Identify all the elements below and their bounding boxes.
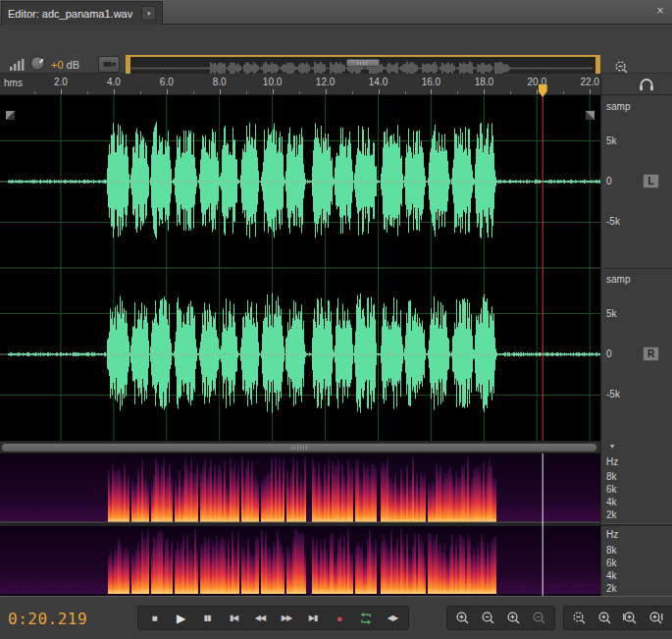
amp-tick-label: -5k (606, 216, 620, 227)
volume-db-readout[interactable]: +0dB (51, 59, 79, 71)
freq-tick-label: 8k (606, 471, 617, 482)
ruler-tick (140, 91, 141, 94)
ruler-tick-label: 2.0 (54, 77, 68, 87)
skip-to-end-button[interactable]: ▶▮ (300, 608, 326, 628)
ruler-tick (326, 89, 327, 94)
zoom-reset-button[interactable] (567, 608, 592, 628)
freq-tick-label: 6k (606, 484, 617, 495)
play-button[interactable]: ▶ (168, 608, 193, 628)
amplitude-scale: samp 5k 0 -5k L samp 5k 0 -5k R (600, 95, 672, 441)
zoom-out-button[interactable] (476, 608, 500, 628)
channel-divider (601, 268, 672, 269)
ruler-unit-label: hms (4, 78, 23, 88)
samp-unit-label: samp (606, 274, 630, 285)
ruler-tick (34, 91, 35, 94)
navigator-scroll-thumb[interactable] (346, 59, 380, 67)
ruler-tick (510, 91, 511, 94)
ruler-tick-label: 6.0 (160, 77, 174, 87)
ruler-tick (167, 89, 168, 94)
fade-in-handle[interactable] (6, 111, 15, 120)
loop-playback-button[interactable] (353, 608, 379, 628)
zoom-out-amplitude-button[interactable] (527, 608, 551, 628)
headphones-icon[interactable] (639, 78, 654, 91)
freq-tick-label: 2k (606, 509, 617, 520)
ruler-tick (352, 91, 353, 94)
ruler-tick-label: 12.0 (316, 77, 335, 87)
time-ruler[interactable]: hms 2.04.06.08.010.012.014.016.018.020.0… (0, 74, 600, 95)
db-unit: dB (67, 59, 79, 71)
zoom-in-button[interactable] (450, 608, 475, 628)
waveform-display[interactable] (0, 95, 600, 441)
freq-tick-label: 2k (606, 583, 617, 594)
zoom-controls-time (446, 606, 555, 630)
spectrogram-canvas[interactable] (0, 453, 600, 596)
volume-knob[interactable] (30, 56, 45, 71)
ruler-tick (61, 89, 62, 94)
freq-tick-label: 4k (606, 570, 617, 581)
ruler-tick (114, 89, 115, 94)
ruler-tick-label: 22.0 (580, 77, 598, 87)
panel-collapse-control[interactable]: ▾ (600, 441, 672, 453)
loop-icon (359, 612, 373, 624)
time-display[interactable]: 0:20.219 (8, 610, 87, 628)
zoom-out-point-button[interactable] (644, 608, 668, 628)
pause-button[interactable]: ▮▮ (194, 608, 220, 628)
ruler-tick (457, 91, 458, 94)
zoom-in-point-button[interactable] (618, 608, 643, 628)
tab-bar: Editor: adc_panama1.wav ▾ × (0, 0, 672, 25)
ruler-tick (405, 91, 406, 94)
amp-tick-label: 5k (606, 135, 617, 146)
spectrogram-display[interactable] (0, 453, 600, 596)
ruler-tick (537, 89, 538, 94)
horizontal-scrollbar[interactable] (0, 441, 600, 453)
ruler-tick (431, 89, 432, 94)
ruler-tick-label: 18.0 (475, 77, 493, 87)
status-bar: 0:20.219 ■ ▶ ▮▮ ▮◀ ◀◀ ▶▶ ▶▮ ● ◀▶ (0, 596, 672, 639)
zoom-in-amplitude-button[interactable] (501, 608, 526, 628)
ruler-tick (246, 91, 247, 94)
record-button[interactable]: ● (327, 608, 352, 628)
ruler-tick-label: 16.0 (422, 77, 440, 87)
ruler-right-panel (600, 74, 672, 95)
waveform-canvas[interactable] (0, 95, 600, 441)
amp-tick-label: 0 (606, 348, 612, 359)
ruler-tick (484, 89, 485, 94)
ruler-tick (193, 91, 194, 94)
freq-tick-label: 4k (606, 497, 617, 507)
ruler-tick (299, 91, 300, 94)
channel-right-button[interactable]: R (643, 346, 659, 361)
ruler-tick-label: 8.0 (213, 77, 227, 87)
ruler-tick-label: 14.0 (369, 77, 388, 87)
amp-tick-label: -5k (606, 389, 620, 399)
audio-editor-window: Editor: adc_panama1.wav ▾ × +0dB (0, 0, 672, 639)
hud-toggle-icon (103, 60, 116, 69)
scrollbar-thumb[interactable] (2, 444, 596, 452)
ruler-tick (220, 89, 221, 94)
ruler-tick (379, 89, 380, 94)
toolbar: +0dB (0, 25, 672, 74)
ruler-tick (590, 89, 591, 94)
knob-pointer-icon (39, 59, 44, 64)
tab-dropdown-icon[interactable]: ▾ (141, 6, 156, 21)
ruler-tick (563, 91, 564, 94)
ruler-tick (87, 91, 88, 94)
channel-left-button[interactable]: L (643, 174, 659, 188)
close-icon[interactable]: × (652, 4, 668, 20)
shuttle-button[interactable]: ◀▶ (380, 608, 405, 628)
ruler-tick-label: 4.0 (107, 77, 121, 87)
freq-tick-label: 6k (606, 558, 617, 568)
hz-unit-label: Hz (606, 529, 618, 540)
fade-out-handle[interactable] (586, 111, 594, 120)
ruler-tick (273, 89, 274, 94)
amp-tick-label: 0 (606, 176, 612, 186)
level-meter-icon (9, 58, 26, 72)
hud-toggle-button[interactable] (98, 56, 120, 73)
fast-forward-button[interactable]: ▶▶ (274, 608, 299, 628)
stop-button[interactable]: ■ (141, 608, 167, 628)
db-value: +0 (51, 59, 64, 71)
skip-to-start-button[interactable]: ▮◀ (221, 608, 246, 628)
collapse-arrow-icon[interactable]: ▾ (610, 442, 614, 451)
editor-tab[interactable]: Editor: adc_panama1.wav ▾ (1, 1, 163, 25)
zoom-to-selection-button[interactable] (593, 608, 617, 628)
rewind-button[interactable]: ◀◀ (247, 608, 273, 628)
